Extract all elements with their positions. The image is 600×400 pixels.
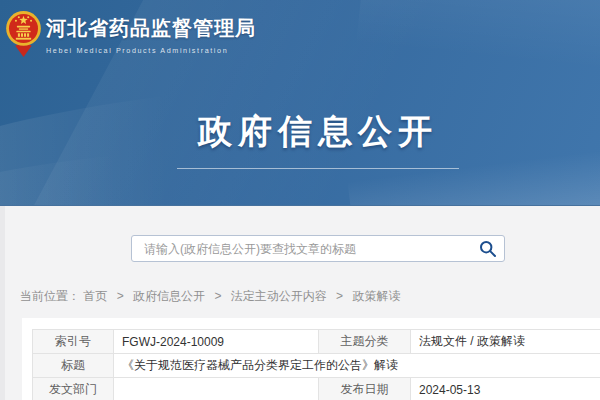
- search-icon: [479, 240, 497, 258]
- page-banner-title: 政府信息公开: [0, 112, 600, 150]
- table-row: 索引号 FGWJ-2024-10009 主题分类 法规文件 / 政策解读: [33, 330, 600, 354]
- publish-date-value: 2024-05-13: [411, 378, 600, 400]
- breadcrumb-separator: >: [336, 289, 343, 303]
- issuing-department-label: 发文部门: [33, 378, 114, 400]
- title-label: 标题: [33, 354, 114, 378]
- breadcrumb-link-gov-info[interactable]: 政府信息公开: [133, 289, 205, 303]
- breadcrumb-current: 政策解读: [352, 289, 400, 303]
- banner-title-underline: [177, 168, 459, 169]
- publish-date-label: 发布日期: [319, 378, 411, 400]
- title-value: 《关于规范医疗器械产品分类界定工作的公告》解读: [114, 354, 600, 378]
- breadcrumb-link-home[interactable]: 首页: [83, 289, 107, 303]
- breadcrumb-separator: >: [214, 289, 221, 303]
- document-info-table: 索引号 FGWJ-2024-10009 主题分类 法规文件 / 政策解读 标题 …: [32, 329, 600, 400]
- site-header-banner: 河北省药品监督管理局 Hebei Medical Products Admini…: [0, 0, 600, 206]
- page-left-edge: [0, 206, 5, 400]
- search-bar: [131, 235, 505, 262]
- document-info-card: 索引号 FGWJ-2024-10009 主题分类 法规文件 / 政策解读 标题 …: [22, 318, 600, 400]
- banner-wave-decoration: [356, 0, 600, 75]
- topic-category-label: 主题分类: [319, 330, 411, 354]
- index-number-value: FGWJ-2024-10009: [114, 330, 319, 354]
- breadcrumb-prefix: 当前位置：: [20, 289, 80, 303]
- breadcrumb-link-legal-disclosure[interactable]: 法定主动公开内容: [231, 289, 327, 303]
- breadcrumb-separator: >: [117, 289, 124, 303]
- breadcrumb: 当前位置： 首页 > 政府信息公开 > 法定主动公开内容 > 政策解读: [20, 288, 400, 305]
- search-button[interactable]: [479, 240, 497, 258]
- topic-category-value: 法规文件 / 政策解读: [411, 330, 600, 354]
- index-number-label: 索引号: [33, 330, 114, 354]
- issuing-department-value: [114, 378, 319, 400]
- table-row: 标题 《关于规范医疗器械产品分类界定工作的公告》解读: [33, 354, 600, 378]
- site-brand[interactable]: 河北省药品监督管理局 Hebei Medical Products Admini…: [5, 9, 256, 57]
- national-emblem-icon: [5, 9, 42, 57]
- site-name-english: Hebei Medical Products Administration: [46, 46, 256, 55]
- site-name: 河北省药品监督管理局: [46, 15, 256, 42]
- table-row: 发文部门 发布日期 2024-05-13: [33, 378, 600, 400]
- search-input[interactable]: [131, 235, 505, 262]
